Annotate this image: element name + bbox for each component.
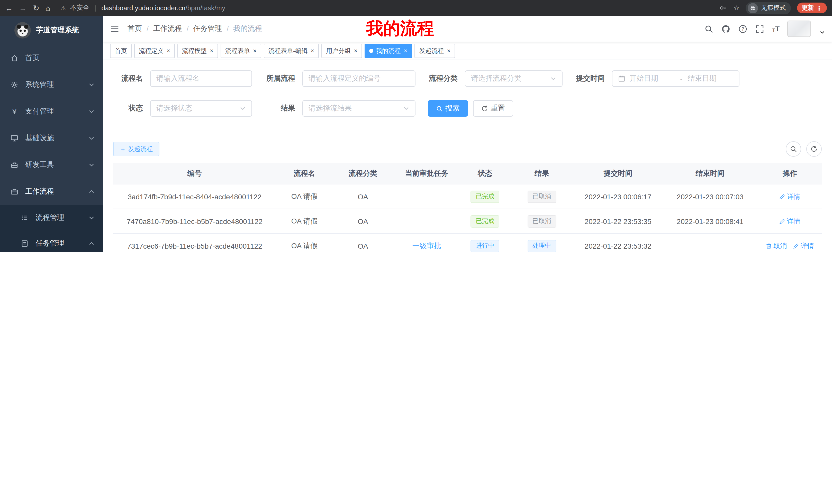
col-header-end-time: 结束时间 (662, 163, 758, 184)
result-badge: 处理中 (527, 240, 556, 252)
update-button[interactable]: 更新 ⋮ (797, 3, 827, 13)
search-button[interactable]: 搜索 (428, 100, 468, 117)
chevron-down-icon (88, 135, 95, 141)
sidebar-item-infra[interactable]: 基础设施 (0, 125, 103, 151)
reload-icon[interactable]: ↻ (33, 3, 39, 12)
briefcase-icon (10, 188, 19, 196)
help-icon[interactable]: ? (738, 24, 748, 33)
font-size-icon[interactable]: TT (772, 25, 780, 33)
svg-text:?: ? (742, 26, 744, 31)
tab-start-process[interactable]: 发起流程× (414, 44, 455, 58)
tab-process-definition[interactable]: 流程定义× (134, 44, 175, 58)
sidebar-item-workflow[interactable]: 工作流程 (0, 178, 103, 205)
sidebar-item-home[interactable]: 首页 (0, 45, 103, 72)
current-task-link[interactable]: 一级审批 (412, 241, 441, 249)
result-select[interactable]: 请选择流结果 (302, 100, 415, 117)
filter-label-definition: 所属流程 (264, 74, 295, 83)
security-label: 不安全 (70, 4, 89, 12)
address-bar[interactable]: ⚠ 不安全 | dashboard.yudao.iocoder.cn/bpm/t… (60, 4, 719, 12)
sidebar-item-devtools[interactable]: 研发工具 (0, 151, 103, 178)
breadcrumb-separator: / (147, 25, 149, 33)
toggle-search-button[interactable] (786, 141, 801, 157)
user-avatar[interactable] (787, 21, 811, 37)
tab-close-icon[interactable]: × (253, 48, 257, 54)
sidebar-item-task-mgmt[interactable]: 任务管理 (0, 231, 103, 252)
sidebar: 芋道管理系统 首页 系统管理 ¥ 支付管理 基础设施 (0, 16, 103, 252)
table-header-row: 编号 流程名 流程分类 当前审批任务 状态 结果 提交时间 结束时间 操作 (113, 163, 822, 184)
status-select[interactable]: 请选择状态 (150, 100, 252, 117)
chevron-down-icon (403, 105, 409, 111)
breadcrumb-home[interactable]: 首页 (128, 24, 142, 33)
page-content: 流程名 请输入流程名 所属流程 请输入流程定义的编号 流程分类 请选择流程分类 (103, 60, 832, 252)
forward-icon[interactable]: → (19, 4, 27, 12)
breadcrumb-separator: / (227, 25, 229, 33)
tab-my-process[interactable]: 我的流程× (365, 44, 412, 58)
sidebar-toggle-icon[interactable] (110, 24, 119, 33)
incognito-icon (748, 3, 758, 13)
tab-process-form[interactable]: 流程表单× (220, 44, 261, 58)
bookmark-star-icon[interactable]: ☆ (733, 4, 739, 12)
github-icon[interactable] (722, 24, 731, 33)
browser-menu-icon[interactable]: ⋮ (816, 4, 822, 11)
cancel-action[interactable]: 取消 (766, 241, 787, 250)
result-badge: 已取消 (527, 215, 556, 227)
tab-label: 流程模型 (182, 47, 207, 55)
filter-form: 流程名 请输入流程名 所属流程 请输入流程定义的编号 流程分类 请选择流程分类 (103, 60, 832, 117)
fullscreen-icon[interactable] (755, 24, 765, 33)
back-icon[interactable]: ← (5, 4, 13, 12)
chevron-up-icon (88, 189, 95, 195)
cell-status: 已完成 (460, 184, 510, 209)
warning-icon: ⚠ (60, 4, 66, 11)
tab-label: 流程表单 (225, 47, 250, 55)
date-range-picker[interactable]: 开始日期 - 结束日期 (612, 71, 739, 87)
table-row: 7470a810-7b9b-11ec-b5b7-acde48001122OA 请… (113, 209, 822, 233)
home-icon[interactable]: ⌂ (46, 4, 50, 12)
sidebar-item-payment[interactable]: ¥ 支付管理 (0, 98, 103, 125)
tab-close-icon[interactable]: × (447, 48, 450, 54)
table-toolbar: ＋ 发起流程 (103, 130, 832, 157)
avatar-caret-icon[interactable] (820, 30, 825, 35)
breadcrumb-task-mgmt[interactable]: 任务管理 (193, 24, 222, 33)
home-menu-icon (10, 54, 19, 62)
process-table: 编号 流程名 流程分类 当前审批任务 状态 结果 提交时间 结束时间 操作 3a… (113, 163, 822, 252)
filter-label-category: 流程分类 (428, 74, 458, 83)
tab-close-icon[interactable]: × (311, 48, 314, 54)
breadcrumb-workflow[interactable]: 工作流程 (153, 24, 182, 33)
tab-user-group[interactable]: 用户分组× (321, 44, 362, 58)
create-process-button[interactable]: ＋ 发起流程 (113, 142, 159, 156)
key-icon[interactable] (720, 4, 727, 12)
chevron-down-icon (88, 108, 95, 115)
app-title: 芋道管理系统 (36, 26, 79, 35)
tab-process-form-edit[interactable]: 流程表单-编辑× (264, 44, 319, 58)
detail-action[interactable]: 详情 (779, 192, 800, 201)
cell-result: 处理中 (510, 233, 574, 252)
cell-name: OA 请假 (276, 184, 333, 209)
reset-button[interactable]: 重置 (473, 100, 513, 117)
search-icon[interactable] (704, 24, 714, 33)
refresh-table-button[interactable] (806, 141, 822, 157)
category-select[interactable]: 请选择流程分类 (465, 71, 563, 87)
sidebar-item-system[interactable]: 系统管理 (0, 72, 103, 98)
browser-toolbar: ← → ↻ ⌂ ⚠ 不安全 | dashboard.yudao.iocoder.… (0, 0, 832, 16)
detail-action[interactable]: 详情 (779, 217, 800, 226)
tab-close-icon[interactable]: × (354, 48, 357, 54)
tab-close-icon[interactable]: × (404, 48, 407, 54)
detail-action[interactable]: 详情 (793, 241, 814, 250)
active-tab-dot (369, 49, 373, 53)
cell-category: OA (333, 184, 393, 209)
tab-home[interactable]: 首页 (110, 44, 132, 58)
plus-icon: ＋ (120, 145, 126, 153)
tab-process-model[interactable]: 流程模型× (177, 44, 218, 58)
tab-close-icon[interactable]: × (210, 48, 213, 54)
sidebar-item-label: 首页 (25, 53, 40, 63)
status-badge: 进行中 (471, 240, 499, 252)
cell-task (393, 184, 461, 209)
cell-end-time: 2022-01-23 00:08:41 (662, 209, 758, 233)
tab-close-icon[interactable]: × (166, 48, 170, 54)
process-definition-input[interactable]: 请输入流程定义的编号 (302, 71, 415, 87)
tags-view: 首页 流程定义× 流程模型× 流程表单× 流程表单-编辑× 用户分组× 我的流程… (103, 42, 832, 60)
monitor-icon (10, 134, 19, 142)
placeholder-text: 请输入流程定义的编号 (309, 74, 409, 83)
process-name-input[interactable]: 请输入流程名 (150, 71, 252, 87)
sidebar-item-process-mgmt[interactable]: 流程管理 (0, 205, 103, 231)
